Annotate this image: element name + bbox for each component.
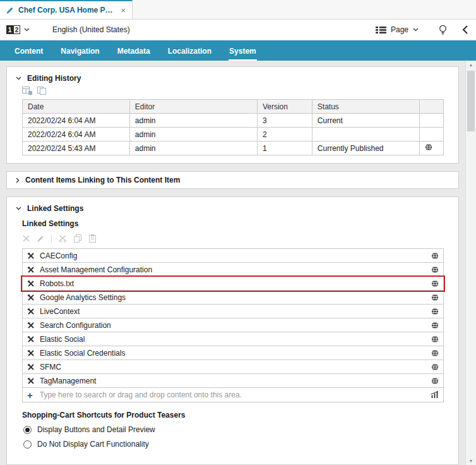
table-row[interactable]: 2022/02/24 6:04 AM admin 2 [23, 128, 444, 142]
tab-system[interactable]: System [220, 40, 265, 61]
scrollbar-thumb[interactable] [467, 71, 475, 131]
col-header-version[interactable]: Version [257, 100, 312, 114]
toolbar-separator [51, 234, 52, 243]
globe-icon [431, 322, 439, 329]
globe-icon [425, 143, 432, 151]
scroll-up-arrow-icon[interactable]: ▲ [466, 63, 476, 67]
linked-settings-list: CAEConfig Asset Management Configuration… [22, 248, 444, 402]
radio-label: Do Not Display Cart Functionality [37, 440, 149, 449]
site-badge-2: 2 [13, 25, 20, 34]
linking-items-header[interactable]: Content Items Linking to This Content It… [15, 175, 451, 185]
globe-icon [431, 335, 439, 343]
globe-icon [431, 280, 439, 287]
cut-icon[interactable] [59, 235, 67, 243]
settings-wrench-icon [27, 335, 35, 343]
list-item[interactable]: Elastic Social [22, 332, 444, 346]
document-tab-bar: Chef Corp. USA Home P… × [0, 0, 476, 20]
list-item[interactable]: Search Configuration [22, 318, 444, 332]
list-item[interactable]: Google Analytics Settings [22, 291, 444, 305]
tab-navigation[interactable]: Navigation [52, 40, 108, 61]
shopping-cart-title: Shopping-Cart Shortcuts for Product Teas… [22, 411, 451, 420]
paste-icon[interactable] [89, 234, 97, 243]
settings-wrench-icon [27, 280, 35, 287]
table-row[interactable]: 2022/02/24 6:04 AM admin 3 Current [23, 114, 444, 128]
globe-icon [431, 377, 439, 385]
list-item[interactable]: TagManagement [22, 374, 444, 388]
linked-settings-header[interactable]: Linked Settings [15, 202, 451, 215]
table-header-row: Date Editor Version Status [23, 100, 444, 114]
compare-versions-icon[interactable] [22, 87, 32, 95]
settings-wrench-icon [27, 294, 35, 301]
settings-wrench-icon [27, 322, 35, 329]
copy-icon[interactable] [74, 234, 82, 243]
vertical-scrollbar[interactable]: ▲ ▼ [465, 61, 476, 465]
col-header-status[interactable]: Status [312, 100, 419, 114]
edit-pencil-icon [6, 6, 14, 15]
radio-selected-icon[interactable] [23, 426, 32, 434]
chevron-right-icon [16, 178, 20, 183]
globe-icon [431, 252, 439, 260]
editing-history-header[interactable]: Editing History [15, 71, 451, 85]
radio-unselected-icon[interactable] [23, 440, 32, 449]
globe-icon [431, 308, 439, 315]
radio-no-cart[interactable]: Do Not Display Cart Functionality [23, 440, 451, 449]
collapse-panel-chevron-left-icon[interactable] [462, 25, 468, 35]
col-header-date[interactable]: Date [23, 100, 130, 114]
linked-settings-toolbar [23, 234, 451, 243]
close-tab-icon[interactable]: × [121, 6, 126, 15]
linked-settings-field-label: Linked Settings [22, 219, 451, 228]
chevron-down-icon [16, 76, 21, 80]
lightbulb-icon[interactable] [438, 25, 448, 35]
page-list-icon [376, 26, 386, 34]
linked-settings-panel: Linked Settings Linked Settings [6, 196, 459, 465]
settings-wrench-icon [27, 308, 35, 315]
linking-items-title: Content Items Linking to This Content It… [25, 176, 180, 184]
site-dropdown-chevron-icon[interactable] [24, 28, 30, 32]
globe-icon [431, 363, 439, 371]
list-item[interactable]: LiveContext [22, 305, 444, 318]
edit-icon[interactable] [37, 235, 44, 243]
add-content-drop-area[interactable]: + [22, 388, 444, 402]
settings-wrench-icon [27, 252, 35, 260]
settings-wrench-icon [27, 377, 35, 385]
form-tab-strip: Content Navigation Metadata Localization… [0, 40, 476, 61]
search-drop-input[interactable] [39, 390, 425, 400]
globe-icon [431, 349, 439, 357]
library-filter-icon[interactable] [431, 391, 439, 399]
editing-history-table: Date Editor Version Status 2022/02/24 6:… [22, 99, 444, 155]
tab-metadata[interactable]: Metadata [109, 40, 159, 61]
table-row[interactable]: 2022/02/24 5:43 AM admin 1 Currently Pub… [23, 142, 444, 155]
radio-display-buttons[interactable]: Display Buttons and Detail Preview [23, 425, 451, 434]
scroll-down-arrow-icon[interactable]: ▼ [466, 459, 476, 463]
page-type-label: Page [391, 25, 408, 34]
list-item[interactable]: Elastic Social Credentials [22, 346, 444, 360]
editing-history-title: Editing History [27, 74, 81, 83]
remove-icon[interactable] [23, 235, 30, 242]
restore-version-icon[interactable] [37, 87, 47, 95]
studio-window: Chef Corp. USA Home P… × 1 2 English (Un… [0, 0, 476, 465]
site-locale-icon[interactable]: 1 2 [6, 25, 20, 34]
list-item[interactable]: Asset Management Configuration [22, 263, 444, 277]
list-item-highlighted[interactable]: Robots.txt [22, 277, 444, 291]
col-header-indicator [419, 100, 443, 114]
settings-wrench-icon [27, 363, 35, 371]
tab-localization[interactable]: Localization [159, 40, 220, 61]
page-dropdown-chevron-icon [413, 28, 419, 32]
linked-settings-title: Linked Settings [27, 204, 83, 213]
chevron-down-icon [16, 207, 21, 210]
locale-label: English (United States) [52, 25, 130, 34]
radio-label: Display Buttons and Detail Preview [37, 425, 155, 434]
col-header-editor[interactable]: Editor [129, 100, 257, 114]
add-icon[interactable]: + [27, 390, 33, 400]
page-type-dropdown[interactable]: Page [376, 25, 419, 34]
document-tab[interactable]: Chef Corp. USA Home P… × [0, 0, 133, 19]
tab-content[interactable]: Content [6, 40, 52, 61]
settings-wrench-icon [27, 349, 35, 357]
document-tab-title: Chef Corp. USA Home P… [18, 6, 113, 15]
linking-items-panel: Content Items Linking to This Content It… [6, 171, 459, 189]
globe-icon [431, 266, 439, 274]
editing-history-panel: Editing History Date Editor Version [6, 66, 459, 164]
form-content-area: Editing History Date Editor Version [0, 61, 476, 465]
list-item[interactable]: CAEConfig [22, 248, 444, 263]
list-item[interactable]: SFMC [22, 360, 444, 374]
